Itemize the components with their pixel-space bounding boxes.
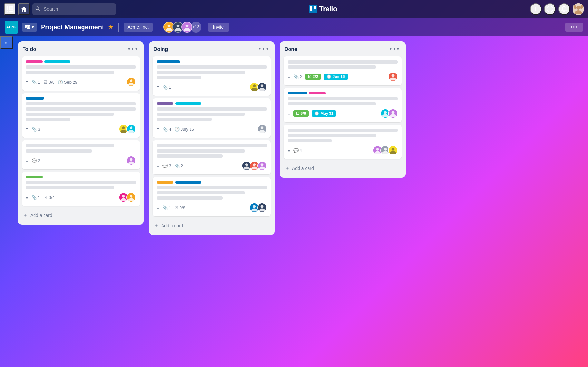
add-card-button-done[interactable]: ＋ Add a card [284,163,402,174]
desc-icon: ≡ [26,158,28,163]
card-text-line [157,113,245,116]
card-doing-4[interactable]: ≡ 📎 1 ☑ 0/8 [153,177,271,216]
card-text-line [288,134,376,137]
column-doing-title: Doing [153,46,168,52]
svg-point-33 [130,126,133,129]
board-star-icon[interactable]: ★ [108,24,113,31]
desc-icon: ≡ [288,111,290,116]
paperclip-icon: 📎 [162,85,168,90]
home-button[interactable] [18,3,30,15]
svg-point-65 [384,148,387,151]
board-type-button[interactable]: ▾ [22,23,37,32]
card-avatar [388,145,398,155]
checklist-icon: ☑ [44,195,47,200]
label-orange [157,181,173,184]
search-input[interactable] [32,3,116,15]
card-avatars [388,72,398,82]
label-purple [157,102,173,105]
paperclip-icon: 📎 [32,80,37,84]
svg-point-23 [167,25,170,27]
svg-point-59 [384,111,387,114]
board-members: +12 [163,22,201,33]
more-options-button[interactable]: • • • [565,23,583,32]
plus-icon: ＋ [285,165,289,171]
label-blue [288,92,307,94]
card-done-2[interactable]: ≡ ☑ 6/6 🕐 May 31 [284,88,402,122]
card-avatars [119,193,136,202]
desc-icon: ≡ [26,195,28,200]
clock-icon: 🕐 [314,111,319,116]
comment-icon: 💬 [32,158,37,163]
checklist-badge: ☑ 6/6 [293,110,309,117]
attach-count: 📎 2 [293,74,302,79]
attach-count: 📎 1 [32,195,40,200]
board-body: To do • • • ≡ 📎 1 ☑ 0/8 🕐 Sep 29 [13,36,588,240]
comment-count: 💬 4 [293,148,302,153]
card-meta: ≡ 💬 4 [288,145,398,155]
card-avatar [257,203,267,213]
card-text-line [26,149,92,153]
card-text-line [26,65,136,69]
invite-button[interactable]: Invite [208,23,229,32]
card-meta: ≡ 💬 2 [26,156,136,165]
card-labels [157,181,267,184]
card-doing-2[interactable]: ≡ 📎 4 🕐 July 15 [153,98,271,138]
user-avatar[interactable] [573,3,584,15]
card-todo-4[interactable]: ≡ 📎 1 ☑ 0/4 [22,172,140,206]
column-done: Done • • • ≡ 📎 2 ☑ 2/2 🕐 Jun 16 [280,41,406,178]
svg-point-41 [253,84,256,87]
add-button[interactable]: + [530,3,542,15]
comment-icon: 💬 [293,148,299,153]
svg-rect-3 [7,8,8,10]
column-todo-menu[interactable]: • • • [126,45,139,53]
column-doing-menu[interactable]: • • • [257,45,270,53]
card-done-1[interactable]: ≡ 📎 2 ☑ 2/2 🕐 Jun 16 [284,56,402,85]
svg-rect-6 [7,11,8,12]
clock-icon: 🕐 [327,74,331,79]
desc-icon: ≡ [157,127,159,132]
card-todo-1[interactable]: ≡ 📎 1 ☑ 0/8 🕐 Sep 29 [22,56,140,91]
card-doing-1[interactable]: ≡ 📎 1 [153,56,271,96]
checklist-icon: ☑ [296,111,299,116]
card-avatars [380,109,398,118]
svg-point-49 [253,163,256,166]
checklist-count: ☑ 0/4 [44,195,54,200]
add-card-button-doing[interactable]: ＋ Add a card [153,220,271,231]
svg-point-51 [261,163,264,166]
paperclip-icon: 📎 [162,127,168,132]
card-doing-3[interactable]: ≡ 💬 3 📎 2 [153,140,271,174]
label-blue [175,181,201,184]
svg-rect-5 [11,8,13,10]
column-done-menu[interactable]: • • • [388,45,401,53]
board-header-right: • • • [565,23,583,32]
card-text-line [288,129,398,132]
card-text-line [157,76,201,79]
svg-point-35 [130,158,133,161]
workspace-button[interactable]: Acme, Inc. [124,23,153,32]
card-labels [26,176,136,178]
workspace-logo[interactable]: ACME [5,21,18,34]
add-card-button-todo[interactable]: ＋ Add a card [22,210,140,221]
info-button[interactable] [544,3,556,15]
desc-icon: ≡ [26,80,28,84]
column-todo-header: To do • • • [22,45,140,53]
plus-icon: ＋ [23,213,28,218]
member-count-badge[interactable]: +12 [191,22,201,33]
card-todo-2[interactable]: ≡ 📎 3 [22,93,140,138]
sidebar-toggle[interactable]: » [0,36,13,49]
card-todo-3[interactable]: ≡ 💬 2 [22,140,140,169]
label-green [26,176,43,178]
attach-count: 📎 1 [32,80,40,84]
label-blue [157,60,180,63]
svg-rect-13 [314,6,316,9]
card-done-3[interactable]: ≡ 💬 4 [284,125,402,159]
svg-rect-19 [25,25,27,28]
due-badge: 🕐 May 31 [312,110,336,117]
paperclip-icon: 📎 [32,195,37,200]
board-title: Project Management [41,24,104,31]
apps-button[interactable] [4,3,15,15]
card-text-line [157,149,245,153]
card-avatars [373,145,398,155]
notifications-button[interactable] [558,3,570,15]
card-avatar [257,82,267,92]
